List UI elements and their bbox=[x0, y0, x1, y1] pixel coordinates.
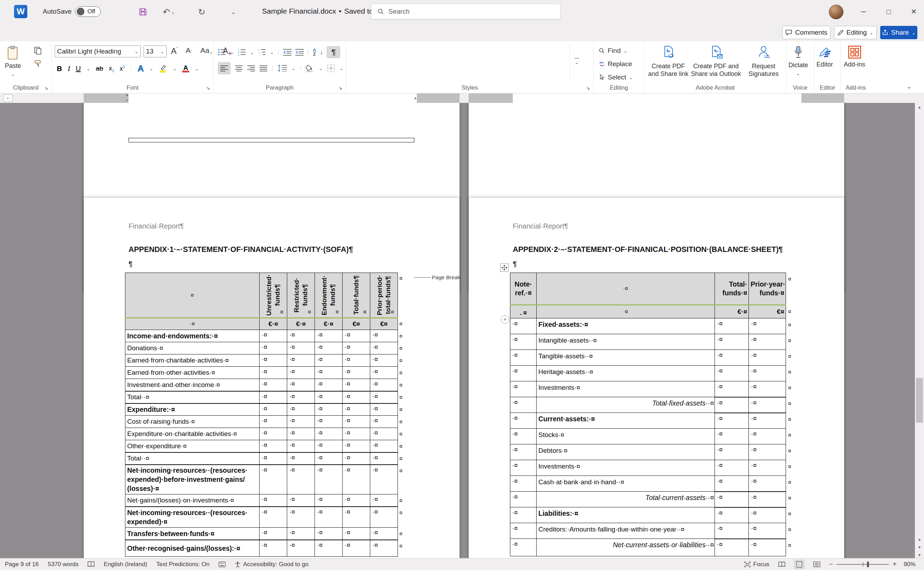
data-cell[interactable]: ·¤ bbox=[370, 495, 398, 507]
data-cell[interactable]: ·¤ bbox=[260, 367, 287, 379]
row-label-cell[interactable]: Total·​fixed·​assets·​·​¤ bbox=[537, 397, 715, 413]
note-cell[interactable]: ·¤ bbox=[510, 507, 537, 523]
justify-button[interactable] bbox=[260, 65, 267, 71]
sofa-currency-cell[interactable]: €·¤ bbox=[260, 318, 287, 330]
page-header[interactable]: Financial·Report¶ bbox=[513, 222, 568, 230]
data-cell[interactable]: ·¤ bbox=[370, 379, 398, 391]
text-effects-button[interactable]: A bbox=[138, 64, 144, 74]
tab-selector[interactable]: ⌐ bbox=[3, 95, 12, 102]
align-center-button[interactable] bbox=[235, 65, 243, 71]
data-cell[interactable]: ·¤ bbox=[749, 397, 786, 413]
row-label-cell[interactable]: Other·​recognised·​gains/​(losses):·​¤ bbox=[125, 540, 260, 557]
row-label-cell[interactable]: Liabilities:·​¤ bbox=[537, 507, 715, 523]
row-label-cell[interactable]: Investment·​and·​other·​income·​¤ bbox=[125, 379, 260, 391]
search-input[interactable]: Search bbox=[371, 4, 560, 19]
customize-quick-access-icon[interactable]: ⌄ bbox=[226, 5, 240, 19]
row-label-cell[interactable]: Investments·​¤ bbox=[537, 382, 715, 397]
decrease-indent-button[interactable] bbox=[283, 49, 291, 56]
note-cell[interactable]: ·¤ bbox=[510, 460, 537, 476]
data-cell[interactable]: ·¤ bbox=[749, 350, 786, 366]
data-cell[interactable]: ·¤ bbox=[749, 460, 786, 476]
insert-row-control[interactable]: + bbox=[501, 315, 509, 324]
indent-marker[interactable]: ▴ bbox=[414, 95, 417, 100]
data-cell[interactable]: ·¤ bbox=[260, 330, 287, 342]
note-cell[interactable]: ·¤ bbox=[510, 366, 537, 382]
text-predictions-icon[interactable] bbox=[218, 562, 226, 567]
row-label-cell[interactable]: Transfers·​between·​funds·​¤ bbox=[125, 528, 260, 540]
data-cell[interactable]: ·¤ bbox=[315, 379, 343, 391]
data-cell[interactable]: ·¤ bbox=[260, 379, 287, 391]
replace-button[interactable]: bc Replace bbox=[599, 59, 633, 69]
row-label-cell[interactable]: Net·​current·​assets·​or·​liabilities·​·… bbox=[537, 539, 715, 556]
font-dialog-launcher-icon[interactable]: ⇘ bbox=[205, 85, 211, 90]
scrollbar-thumb[interactable] bbox=[916, 378, 923, 423]
data-cell[interactable]: ·¤ bbox=[715, 350, 749, 366]
data-cell[interactable]: ·¤ bbox=[343, 379, 370, 391]
note-cell[interactable]: ·¤ bbox=[510, 429, 537, 444]
data-cell[interactable]: ·¤ bbox=[260, 354, 287, 367]
data-cell[interactable]: ·¤ bbox=[287, 540, 315, 557]
editing-mode-button[interactable]: Editing ⌄ bbox=[834, 26, 877, 39]
sofa-column-header[interactable]: Restricted·funds¶¤ bbox=[287, 273, 315, 318]
data-cell[interactable]: ·¤ bbox=[315, 465, 343, 495]
shading-button[interactable] bbox=[306, 64, 314, 72]
row-label-cell[interactable]: Fixed·​assets:·​¤ bbox=[537, 319, 715, 334]
data-cell[interactable]: ·¤ bbox=[715, 429, 749, 444]
total-currency-cell[interactable]: €·¤ bbox=[715, 305, 749, 319]
data-cell[interactable]: ·¤ bbox=[370, 540, 398, 557]
data-cell[interactable]: ·¤ bbox=[749, 476, 786, 492]
data-cell[interactable]: ·¤ bbox=[749, 539, 786, 556]
bold-button[interactable]: B bbox=[57, 64, 62, 73]
line-spacing-button[interactable] bbox=[278, 65, 287, 72]
sofa-column-header[interactable]: Unrestricted·funds¶¤ bbox=[260, 273, 287, 318]
data-cell[interactable]: ·¤ bbox=[260, 528, 287, 540]
share-button[interactable]: Share ⌄ bbox=[880, 26, 917, 39]
row-label-cell[interactable]: Donations·​¤ bbox=[125, 342, 260, 354]
data-cell[interactable]: ·¤ bbox=[343, 416, 370, 428]
desc-currency-cell[interactable]: ·¤ bbox=[537, 305, 715, 319]
sofa-column-header[interactable]: Prior·period·total·funds¶¤ bbox=[370, 273, 398, 318]
row-label-cell[interactable]: Earned·​from·​charitable·​activities·​¤ bbox=[125, 354, 260, 367]
data-cell[interactable]: ·¤ bbox=[287, 342, 315, 354]
row-label-cell[interactable]: Earned·​from·​other·​activities·​¤ bbox=[125, 367, 260, 379]
indent-marker[interactable]: ▪ bbox=[126, 98, 128, 102]
data-cell[interactable]: ·¤ bbox=[287, 416, 315, 428]
data-cell[interactable]: ·¤ bbox=[715, 397, 749, 413]
note-cell[interactable]: ·¤ bbox=[510, 476, 537, 492]
data-cell[interactable]: ·¤ bbox=[315, 416, 343, 428]
sofa-corner-cell[interactable]: ¤ bbox=[125, 273, 260, 318]
data-cell[interactable]: ·¤ bbox=[370, 440, 398, 452]
borders-button[interactable] bbox=[327, 64, 335, 72]
create-pdf-share-outlook-button[interactable]: Create PDF and Share via Outlook bbox=[691, 41, 741, 78]
word-count[interactable]: 5370 words bbox=[48, 561, 78, 568]
indent-marker[interactable]: ▾ bbox=[126, 93, 128, 98]
dictate-button[interactable]: Dictate ⌄ bbox=[789, 41, 808, 76]
data-cell[interactable]: ·¤ bbox=[287, 507, 315, 528]
prior-currency-cell[interactable]: €¤ bbox=[749, 305, 786, 319]
bullet-list-button[interactable] bbox=[218, 48, 226, 56]
data-cell[interactable]: ·¤ bbox=[715, 476, 749, 492]
data-cell[interactable]: ·¤ bbox=[715, 460, 749, 476]
appendix1-heading[interactable]: APPENDIX·1·–·STATEMENT·OF·FINANCIAL·ACTI… bbox=[129, 245, 353, 254]
data-cell[interactable]: ·¤ bbox=[343, 528, 370, 540]
data-cell[interactable]: ·¤ bbox=[749, 444, 786, 460]
balance-sheet-table[interactable]: Note·ref.·¤·¤Total·funds·¤Prior·year·fun… bbox=[510, 273, 786, 556]
show-formatting-marks-button[interactable]: ¶ bbox=[327, 46, 340, 58]
data-cell[interactable]: ·¤ bbox=[715, 507, 749, 523]
page-header[interactable]: Financial·Report¶ bbox=[129, 222, 183, 230]
clipboard-dialog-launcher-icon[interactable]: ⇘ bbox=[43, 85, 49, 90]
zoom-thumb[interactable] bbox=[867, 562, 869, 567]
data-cell[interactable]: ·¤ bbox=[370, 367, 398, 379]
row-label-cell[interactable]: Tangible·​assets·​·​¤ bbox=[537, 350, 715, 366]
data-cell[interactable]: ·¤ bbox=[370, 330, 398, 342]
data-cell[interactable]: ·¤ bbox=[343, 391, 370, 403]
comments-button[interactable]: Comments bbox=[782, 26, 830, 39]
superscript-button[interactable]: x2 bbox=[120, 65, 125, 72]
word-logo[interactable]: W bbox=[14, 5, 27, 18]
copy-button[interactable] bbox=[34, 46, 42, 55]
close-button[interactable]: ✕ bbox=[904, 0, 924, 23]
data-cell[interactable]: ·¤ bbox=[315, 428, 343, 440]
data-cell[interactable]: ·¤ bbox=[315, 367, 343, 379]
data-cell[interactable]: ·¤ bbox=[343, 342, 370, 354]
numbered-list-button[interactable]: 123 bbox=[238, 48, 246, 56]
